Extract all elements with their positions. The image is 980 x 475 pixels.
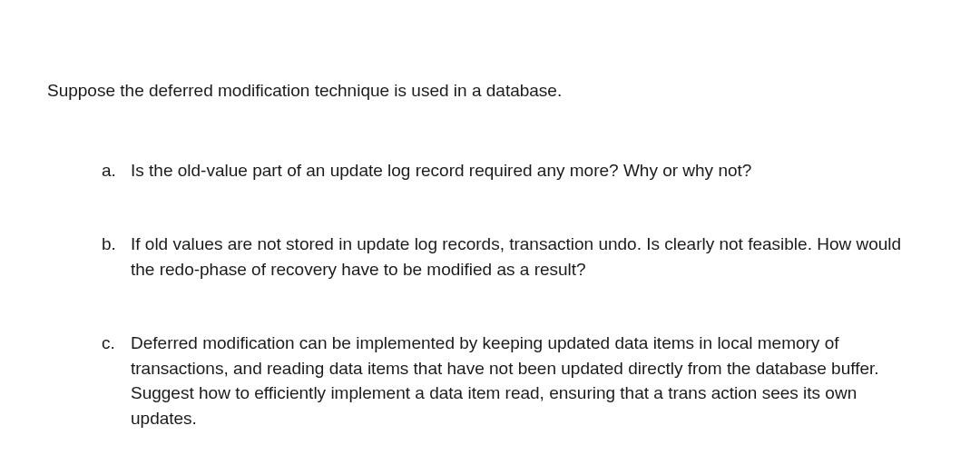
item-text: Is the old-value part of an update log r… xyxy=(131,158,933,183)
question-intro: Suppose the deferred modification techni… xyxy=(47,78,933,104)
item-marker: a. xyxy=(102,158,131,183)
question-list: a. Is the old-value part of an update lo… xyxy=(47,158,933,431)
list-item: c. Deferred modification can be implemen… xyxy=(102,331,933,430)
item-marker: c. xyxy=(102,331,131,430)
list-item: a. Is the old-value part of an update lo… xyxy=(102,158,933,183)
item-marker: b. xyxy=(102,232,131,282)
list-item: b. If old values are not stored in updat… xyxy=(102,232,933,282)
item-text: If old values are not stored in update l… xyxy=(131,232,933,282)
item-text: Deferred modification can be implemented… xyxy=(131,331,933,430)
